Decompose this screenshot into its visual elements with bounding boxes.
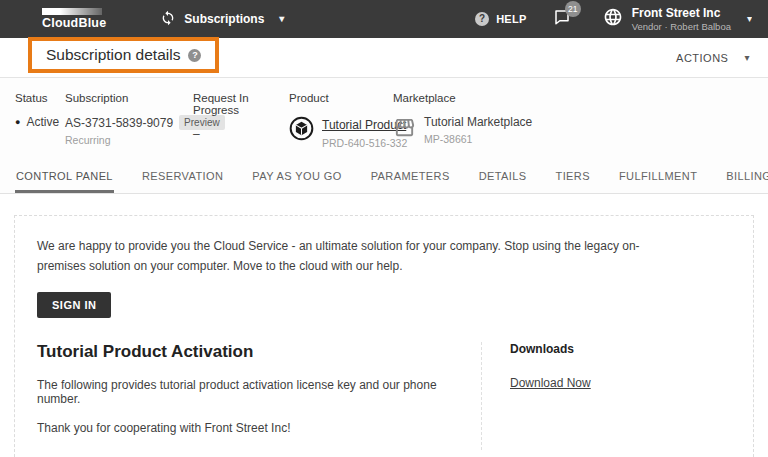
help-icon: ?	[475, 12, 489, 26]
status-value: Active	[26, 115, 59, 129]
subscription-id: AS-3731-5839-9079	[65, 116, 173, 130]
marketplace-icon	[393, 116, 416, 143]
top-nav-bar: CloudBlue Subscriptions ▾ ? HELP 21 Fron…	[0, 0, 768, 38]
chevron-down-icon: ▾	[744, 53, 750, 63]
welcome-text: We are happy to provide you the Cloud Se…	[37, 236, 665, 277]
help-button[interactable]: ? HELP	[475, 12, 527, 26]
sign-in-button[interactable]: SIGN IN	[37, 292, 111, 318]
status-dot-icon: ●	[15, 118, 20, 127]
sync-icon	[160, 10, 176, 29]
cloudblue-logo[interactable]: CloudBlue	[42, 8, 106, 30]
downloads-panel: Downloads Download Now	[481, 342, 731, 450]
request-in-progress-value: –	[193, 127, 289, 141]
notifications-button[interactable]: 21	[553, 8, 571, 30]
subscription-label: Subscription	[65, 92, 193, 104]
page-title-help-icon[interactable]: ?	[188, 49, 201, 62]
logo-gradient-bar	[42, 8, 102, 15]
actions-label: ACTIONS	[676, 52, 728, 64]
globe-icon	[603, 7, 623, 31]
marketplace-name: Tutorial Marketplace	[424, 115, 532, 129]
marketplace-id: MP-38661	[424, 133, 532, 145]
chevron-down-icon: ▾	[279, 14, 284, 24]
tab-billing[interactable]: BILLING	[725, 162, 768, 193]
marketplace-label: Marketplace	[393, 92, 532, 104]
control-panel-card: We are happy to provide you the Cloud Se…	[14, 215, 754, 457]
section-paragraph-1: The following provides tutorial product …	[37, 378, 455, 406]
request-in-progress-label: Request In Progress	[193, 92, 289, 116]
downloads-label: Downloads	[510, 342, 731, 356]
page-title: Subscription details	[46, 46, 180, 64]
chevron-down-icon: ▾	[747, 14, 752, 24]
download-now-link[interactable]: Download Now	[510, 376, 591, 390]
subscriptions-menu[interactable]: Subscriptions ▾	[160, 10, 284, 29]
product-label: Product	[289, 92, 393, 104]
tab-tiers[interactable]: TIERS	[555, 162, 591, 193]
tab-fulfillment[interactable]: FULFILLMENT	[618, 162, 698, 193]
tab-pay-as-you-go[interactable]: PAY AS YOU GO	[251, 162, 342, 193]
section-title: Tutorial Product Activation	[37, 342, 455, 362]
account-subtitle: Vendor · Robert Balboa	[632, 21, 731, 32]
notification-badge: 21	[565, 1, 581, 17]
actions-button[interactable]: ACTIONS ▾	[676, 52, 750, 64]
tab-details[interactable]: DETAILS	[478, 162, 528, 193]
subscription-summary: Status ● Active Subscription AS-3731-583…	[0, 78, 768, 162]
section-paragraph-2: Thank you for cooperating with Front Str…	[37, 421, 455, 435]
product-icon	[289, 116, 314, 145]
tab-parameters[interactable]: PARAMETERS	[370, 162, 451, 193]
status-label: Status	[15, 92, 65, 104]
account-name: Front Street Inc	[632, 6, 731, 22]
detail-tabs: CONTROL PANEL RESERVATION PAY AS YOU GO …	[0, 162, 768, 194]
tab-control-panel[interactable]: CONTROL PANEL	[15, 162, 114, 193]
subscriptions-menu-label: Subscriptions	[184, 12, 264, 26]
subscription-type: Recurring	[65, 134, 193, 146]
title-annotation-box: Subscription details ?	[28, 37, 219, 73]
account-menu[interactable]: Front Street Inc Vendor · Robert Balboa …	[603, 6, 752, 33]
tab-reservation[interactable]: RESERVATION	[141, 162, 224, 193]
title-bar: Subscription details ? ACTIONS ▾	[0, 38, 768, 78]
help-label: HELP	[496, 13, 527, 25]
logo-text: CloudBlue	[42, 17, 106, 30]
